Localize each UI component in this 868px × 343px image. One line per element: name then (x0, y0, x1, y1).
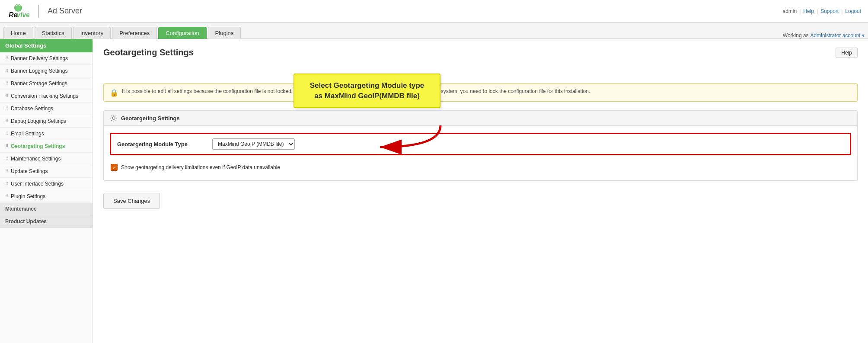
sidebar-item-plugin[interactable]: ⠿ Plugin Settings (0, 190, 93, 203)
drag-icon: ⠿ (5, 131, 8, 136)
field-label: Geotargeting Module Type (117, 141, 204, 147)
drag-icon: ⠿ (5, 119, 8, 123)
drag-icon: ⠿ (5, 93, 8, 98)
drag-icon: ⠿ (5, 181, 8, 186)
app-subtitle: Ad Server (48, 6, 82, 16)
sidebar-section-global: Global Settings (0, 39, 93, 52)
support-link[interactable]: Support (820, 8, 839, 14)
top-right-links: admin | Help | Support | Logout (783, 8, 861, 14)
admin-label: admin (783, 8, 797, 14)
sidebar-group-product-updates: Product Updates (0, 215, 93, 228)
drag-icon: ⠿ (5, 144, 8, 148)
working-as: Working as Administrator account ▾ (783, 32, 865, 38)
section-title: Geotargeting Settings (121, 115, 180, 122)
help-link[interactable]: Help (803, 8, 814, 14)
callout-tooltip: Select Geotargeting Module type as MaxMi… (294, 74, 440, 108)
settings-section-header: Geotargeting Settings (104, 111, 857, 126)
checkbox-label: Show geotargeting delivery limitations e… (121, 164, 280, 170)
logo-divider (38, 5, 39, 18)
drag-icon: ⠿ (5, 68, 8, 73)
logo-area: Re vive Ad Server (7, 3, 82, 19)
tab-configuration[interactable]: Configuration (158, 27, 206, 39)
checkbox-geoip-unavailable[interactable]: ✓ (111, 164, 118, 171)
save-changes-button[interactable]: Save Changes (103, 193, 160, 209)
svg-point-5 (112, 117, 115, 119)
drag-icon: ⠿ (5, 106, 8, 111)
sidebar-item-user-interface[interactable]: ⠿ User Interface Settings (0, 178, 93, 190)
tab-inventory[interactable]: Inventory (73, 27, 111, 39)
tab-plugins[interactable]: Plugins (208, 27, 241, 39)
sidebar-group-maintenance: Maintenance (0, 203, 93, 215)
checkbox-row: ✓ Show geotargeting delivery limitations… (110, 161, 851, 173)
working-as-label: Working as (783, 32, 809, 38)
tab-preferences[interactable]: Preferences (112, 27, 157, 39)
drag-icon: ⠿ (5, 169, 8, 173)
top-bar: Re vive Ad Server admin | Help | Support… (0, 0, 868, 22)
geotargeting-settings-section: Geotargeting Settings Geotargeting Modul… (103, 110, 858, 181)
sidebar-item-update[interactable]: ⠿ Update Settings (0, 165, 93, 178)
sidebar-item-banner-logging[interactable]: ⠿ Banner Logging Settings (0, 65, 93, 77)
content-area: Help Geotargeting Settings Select Geotar… (93, 39, 868, 343)
drag-icon: ⠿ (5, 81, 8, 86)
sidebar-item-database[interactable]: ⠿ Database Settings (0, 103, 93, 115)
revive-logo-icon: Re vive (7, 3, 29, 19)
main-layout: Global Settings ⠿ Banner Delivery Settin… (0, 39, 868, 343)
sidebar-item-banner-delivery[interactable]: ⠿ Banner Delivery Settings (0, 52, 93, 65)
sidebar-item-conversion-tracking[interactable]: ⠿ Conversion Tracking Settings (0, 90, 93, 103)
sidebar-item-debug-logging[interactable]: ⠿ Debug Logging Settings (0, 115, 93, 128)
logout-link[interactable]: Logout (845, 8, 861, 14)
help-button[interactable]: Help (836, 48, 858, 58)
sidebar-item-maintenance[interactable]: ⠿ Maintenance Settings (0, 153, 93, 165)
settings-section-body: Geotargeting Module Type None MaxMind Ge… (104, 126, 857, 180)
gear-icon (110, 114, 118, 122)
drag-icon: ⠿ (5, 56, 8, 61)
sidebar-item-email[interactable]: ⠿ Email Settings (0, 128, 93, 140)
lock-icon: 🔒 (110, 89, 118, 97)
svg-text:vive: vive (16, 11, 29, 19)
drag-icon: ⠿ (5, 156, 8, 161)
content-relative: Help Geotargeting Settings Select Geotar… (103, 48, 858, 209)
account-link[interactable]: Administrator account ▾ (811, 32, 865, 38)
sidebar-item-geotargeting[interactable]: ⠿ Geotargeting Settings (0, 140, 93, 153)
sidebar-item-banner-storage[interactable]: ⠿ Banner Storage Settings (0, 77, 93, 90)
warning-box: 🔒 It is possible to edit all settings be… (103, 83, 858, 102)
page-title: Geotargeting Settings (103, 48, 858, 58)
field-select-container: None MaxMind GeoIP (MMDB file) MaxMind G… (212, 138, 295, 150)
module-type-row: Geotargeting Module Type None MaxMind Ge… (110, 133, 851, 155)
tab-home[interactable]: Home (3, 27, 33, 39)
tab-statistics[interactable]: Statistics (35, 27, 72, 39)
sidebar: Global Settings ⠿ Banner Delivery Settin… (0, 39, 93, 343)
drag-icon: ⠿ (5, 194, 8, 199)
nav-tabs: Home Statistics Inventory Preferences Co… (0, 22, 868, 39)
geotargeting-module-select[interactable]: None MaxMind GeoIP (MMDB file) MaxMind G… (212, 138, 295, 150)
